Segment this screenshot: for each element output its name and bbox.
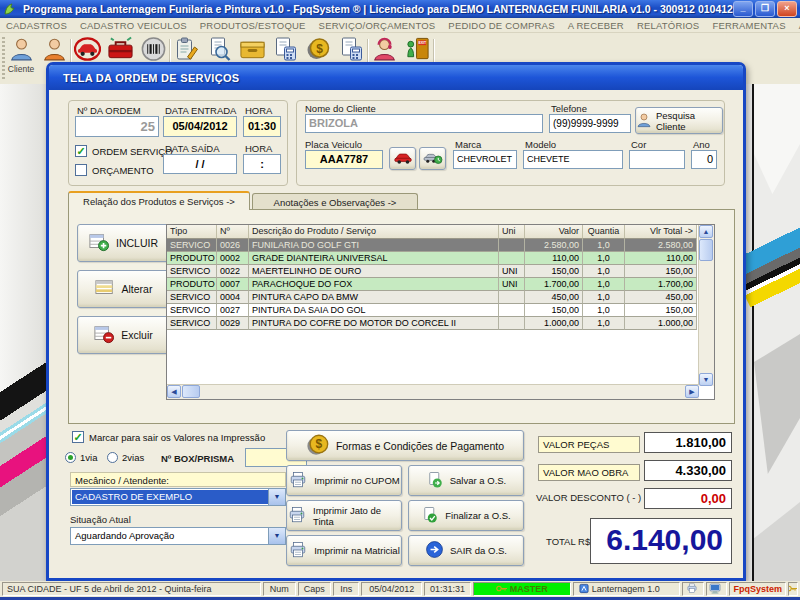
- tab-anotacoes[interactable]: Anotações e Observações ->: [252, 193, 418, 210]
- radio-1via-label: 1via: [80, 452, 97, 463]
- table-row[interactable]: PRODUTO0002GRADE DIANTEIRA UNIVERSAL110,…: [167, 252, 697, 265]
- checkbox-check-icon: ✓: [72, 431, 84, 443]
- phone-field[interactable]: (99)9999-9999: [549, 114, 631, 133]
- budget-checkbox[interactable]: ORÇAMENTO: [75, 164, 154, 176]
- finish-os-label: Finalizar a O.S.: [445, 510, 510, 521]
- delete-item-button[interactable]: Excluir: [77, 316, 169, 354]
- search-client-button[interactable]: Pesquisa Cliente: [635, 107, 723, 134]
- status-caps: Caps: [298, 582, 331, 596]
- radio-1via[interactable]: 1via: [65, 452, 97, 463]
- scroll-down-icon[interactable]: ▼: [699, 373, 713, 386]
- cell-uni: UNI: [499, 278, 525, 291]
- person-icon: [636, 112, 652, 130]
- menu-item-produtos-estoque[interactable]: PRODUTOS/ESTOQUE: [200, 20, 306, 31]
- box-prisma-label: Nº BOX/PRISMA: [161, 453, 234, 464]
- year-field[interactable]: 0: [691, 150, 717, 169]
- status-dropdown[interactable]: Aguardando Aprovação ▼: [70, 527, 286, 545]
- brand-field[interactable]: CHEVROLET: [453, 150, 517, 169]
- scroll-left-icon[interactable]: ◀: [167, 385, 181, 398]
- menu-item-relat-rios[interactable]: RELATÓRIOS: [637, 20, 700, 31]
- edit-item-button[interactable]: Alterar: [77, 270, 169, 308]
- grid-column-header[interactable]: Vlr Total ->: [625, 225, 697, 239]
- exit-time-field[interactable]: :: [243, 154, 281, 174]
- exit-os-button[interactable]: SAIR da O.S.: [408, 535, 524, 566]
- scroll-right-icon[interactable]: ▶: [685, 385, 699, 398]
- restore-button[interactable]: ❐: [755, 1, 775, 17]
- order-number-field[interactable]: 25: [75, 116, 159, 137]
- entry-date-field[interactable]: 05/04/2012: [163, 116, 237, 137]
- cell-quantia: 1,0: [583, 239, 625, 252]
- service-order-checkbox[interactable]: ✓ ORDEM SERVIÇO: [75, 145, 173, 157]
- include-item-button[interactable]: INCLUIR: [77, 224, 169, 262]
- grid-column-header[interactable]: Uni: [499, 225, 525, 239]
- radio-2vias[interactable]: 2vias: [107, 452, 144, 463]
- grid-header[interactable]: TipoNºDescrição do Produto / ServiçoUniV…: [167, 225, 697, 239]
- cell-valor: 1.000,00: [525, 317, 583, 330]
- plate-field[interactable]: AAA7787: [305, 150, 383, 169]
- chevron-down-icon[interactable]: ▼: [268, 528, 285, 544]
- color-field[interactable]: [629, 150, 685, 169]
- grid-vertical-scrollbar[interactable]: ▲ ▼: [698, 225, 714, 386]
- finish-os-button[interactable]: Finalizar a O.S.: [408, 500, 524, 531]
- table-row[interactable]: PRODUTO0007PARACHOQUE DO FOXUNI1.700,001…: [167, 278, 697, 291]
- grid-column-header[interactable]: Tipo: [167, 225, 217, 239]
- menu-item-a-receber[interactable]: A RECEBER: [568, 20, 624, 31]
- entry-time-field[interactable]: 01:30: [243, 116, 281, 137]
- grid-column-header[interactable]: Descrição do Produto / Serviço: [249, 225, 499, 239]
- menu-item-cadastro-veiculos[interactable]: CADASTRO VEICULOS: [80, 20, 187, 31]
- table-row[interactable]: SERVICO0027PINTURA DA SAIA DO GOL150,001…: [167, 304, 697, 317]
- model-field[interactable]: CHEVETE: [523, 150, 623, 169]
- exit-date-field[interactable]: / /: [163, 154, 237, 174]
- window-titlebar: Programa para Lanternagem Funilaria e Pi…: [0, 0, 800, 18]
- print-inkjet-button[interactable]: Imprimir Jato de Tinta: [286, 500, 402, 531]
- grid-column-header[interactable]: Valor: [525, 225, 583, 239]
- chevron-down-icon[interactable]: ▼: [268, 489, 285, 505]
- cell-quantia: 1,0: [583, 304, 625, 317]
- grid-horizontal-scrollbar[interactable]: ◀ ▶: [167, 384, 699, 399]
- close-button[interactable]: ×: [777, 1, 797, 17]
- save-os-button[interactable]: Salvar a O.S.: [408, 465, 524, 496]
- menu-item-servi-o-or-amentos[interactable]: SERVIÇO/ORÇAMENTOS: [319, 20, 436, 31]
- car-icon: [393, 150, 413, 167]
- cell-valor: 2.580,00: [525, 239, 583, 252]
- print-values-checkbox[interactable]: ✓ Marcar para sair os Valores na Impress…: [72, 431, 265, 443]
- tab-produtos-servicos[interactable]: Relação dos Produtos e Serviços ->: [68, 191, 250, 210]
- grid-column-header[interactable]: Nº: [217, 225, 249, 239]
- grid-column-header[interactable]: Quantia: [583, 225, 625, 239]
- print-matrix-button[interactable]: Imprimir na Matricial: [286, 535, 402, 566]
- menu-item-ferramentas[interactable]: FERRAMENTAS: [712, 20, 785, 31]
- cell-tipo: SERVICO: [167, 317, 217, 330]
- edit-item-label: Alterar: [122, 283, 153, 295]
- menu-item-cadastros[interactable]: CADASTROS: [6, 20, 67, 31]
- svg-text:$: $: [316, 437, 323, 451]
- grid-minus-icon: [93, 324, 115, 346]
- table-row[interactable]: SERVICO0004PINTURA CAPO DA BMW450,001,04…: [167, 291, 697, 304]
- status-printer[interactable]: [682, 582, 704, 596]
- payment-terms-button[interactable]: $ Formas e Condições de Pagamento: [286, 430, 524, 461]
- discount-value[interactable]: 0,00: [644, 488, 732, 509]
- menu-item-pedido-de-compras[interactable]: PEDIDO DE COMPRAS: [448, 20, 554, 31]
- dialog-titlebar[interactable]: TELA DA ORDEM DE SERVIÇOS: [49, 65, 743, 90]
- cell-valor: 150,00: [525, 265, 583, 278]
- vehicle-search-button[interactable]: [389, 147, 416, 170]
- cell-quantia: 1,0: [583, 291, 625, 304]
- table-row[interactable]: SERVICO0029PINTURA DO COFRE DO MOTOR DO …: [167, 317, 697, 330]
- client-name-field[interactable]: BRIZOLA: [305, 114, 543, 133]
- printer-icon: [686, 583, 700, 596]
- vehicle-history-button[interactable]: [419, 147, 446, 170]
- monitor-icon: [709, 583, 723, 596]
- print-coupon-button[interactable]: Imprimir no CUPOM: [286, 465, 402, 496]
- scroll-up-icon[interactable]: ▲: [699, 225, 713, 238]
- cell-descricao: PINTURA CAPO DA BMW: [249, 291, 499, 304]
- toolbar-cliente-button[interactable]: Cliente: [5, 36, 37, 82]
- table-row[interactable]: SERVICO0026FUNILARIA DO GOLF GTI2.580,00…: [167, 239, 697, 252]
- status-label: Situação Atual: [70, 514, 131, 525]
- table-row[interactable]: SERVICO0022MAERTELINHO DE OUROUNI150,001…: [167, 265, 697, 278]
- person-blue-icon: [8, 48, 35, 65]
- status-key: [788, 582, 798, 596]
- status-user-text: MASTER: [510, 584, 548, 594]
- total-value: 6.140,00: [590, 518, 732, 564]
- mechanic-dropdown[interactable]: CADASTRO DE EXEMPLO ▼: [70, 488, 286, 506]
- status-monitor[interactable]: [706, 582, 728, 596]
- minimize-button[interactable]: _: [733, 1, 753, 17]
